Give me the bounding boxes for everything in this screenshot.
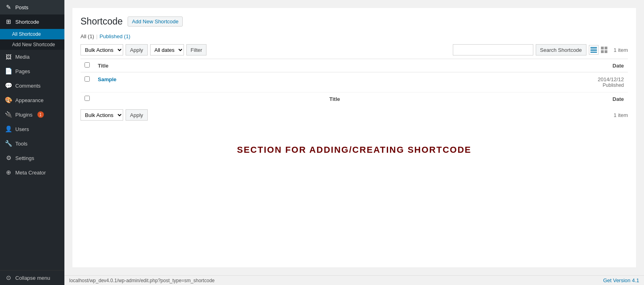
sidebar-item-users-label: Users <box>15 126 29 132</box>
col-header-title: Title <box>94 59 576 72</box>
sidebar-item-plugins[interactable]: 🔌 Plugins 1 <box>0 107 64 122</box>
select-all-checkbox[interactable] <box>85 62 90 68</box>
list-view-icon[interactable] <box>589 45 599 55</box>
collapse-icon: ⊙ <box>5 274 12 281</box>
sidebar-item-posts[interactable]: ✎ Posts <box>0 0 64 14</box>
pages-icon: 📄 <box>5 68 12 75</box>
select-all-checkbox-bottom[interactable] <box>85 96 90 101</box>
posts-icon: ✎ <box>5 4 12 11</box>
sidebar-collapse-section: ⊙ Collapse menu <box>0 270 64 285</box>
sidebar-item-media-label: Media <box>15 54 29 60</box>
sidebar-shortcode-submenu: All Shortcode Add New Shortcode <box>0 29 64 50</box>
svg-rect-3 <box>590 52 597 53</box>
row-date-cell: 2014/12/12 Published <box>576 72 628 92</box>
meta-creator-icon: ⊕ <box>5 169 12 176</box>
table-header-row: Title Date <box>80 59 628 72</box>
row-title-cell: Sample <box>94 72 576 92</box>
comments-icon: 💬 <box>5 82 12 89</box>
media-icon: 🖼 <box>5 53 12 60</box>
bottom-right: 1 item <box>611 112 628 118</box>
sidebar: ✎ Posts ⊞ Shortcode All Shortcode Add Ne… <box>0 0 64 285</box>
sidebar-item-tools[interactable]: 🔧 Tools <box>0 136 64 151</box>
sidebar-item-plugins-label: Plugins <box>15 112 33 118</box>
toolbar-top: Bulk Actions Apply All dates Filter Sear… <box>80 44 628 55</box>
add-new-shortcode-label: Add New Shortcode <box>12 42 55 47</box>
page-header: Shortcode Add New Shortcode <box>80 16 628 27</box>
sidebar-item-posts-label: Posts <box>15 4 29 10</box>
sidebar-item-meta-creator-label: Meta Creator <box>15 170 46 176</box>
col-footer-date: Date <box>576 92 628 106</box>
main-content: Shortcode Add New Shortcode All (1) | Pu… <box>64 0 644 285</box>
svg-rect-7 <box>605 50 607 53</box>
bulk-actions-select-top[interactable]: Bulk Actions <box>80 44 123 55</box>
table-footer-header-row: Title Date <box>80 92 628 106</box>
bulk-actions-select-bottom[interactable]: Bulk Actions <box>80 109 123 121</box>
sidebar-item-settings[interactable]: ⚙ Settings <box>0 151 64 165</box>
sidebar-item-pages[interactable]: 📄 Pages <box>0 64 64 78</box>
apply-button-top[interactable]: Apply <box>126 44 148 55</box>
col-header-cb <box>80 59 94 72</box>
svg-rect-4 <box>601 47 604 49</box>
view-icons <box>589 45 609 55</box>
row-date-status: Published <box>580 82 624 88</box>
col-footer-cb <box>80 92 94 106</box>
sidebar-item-appearance-label: Appearance <box>15 97 43 103</box>
grid-view-icon[interactable] <box>599 45 609 55</box>
users-icon: 👤 <box>5 125 12 133</box>
status-bar: localhost/wp_dev4.0.1/wp-admin/edit.php?… <box>64 275 644 285</box>
filter-tab-all[interactable]: All (1) <box>80 33 94 39</box>
sidebar-item-all-shortcode[interactable]: All Shortcode <box>0 29 64 39</box>
page-title: Shortcode <box>80 16 123 27</box>
sidebar-item-add-new-shortcode[interactable]: Add New Shortcode <box>0 39 64 50</box>
get-version-link[interactable]: Get Version 4.1 <box>603 277 639 283</box>
status-url: localhost/wp_dev4.0.1/wp-admin/edit.php?… <box>69 278 215 283</box>
search-button[interactable]: Search Shortcode <box>536 44 586 55</box>
row-date-value: 2014/12/12 <box>580 76 624 82</box>
row-checkbox[interactable] <box>85 76 90 82</box>
svg-rect-6 <box>601 50 604 53</box>
toolbar-bottom: Bulk Actions Apply 1 item <box>80 109 628 121</box>
add-new-button[interactable]: Add New Shortcode <box>128 16 183 27</box>
sidebar-item-comments[interactable]: 💬 Comments <box>0 78 64 93</box>
collapse-menu-label: Collapse menu <box>15 275 50 281</box>
col-header-date: Date <box>576 59 628 72</box>
col-footer-title: Title <box>94 92 576 106</box>
sidebar-item-settings-label: Settings <box>15 155 34 161</box>
plugins-badge: 1 <box>37 111 44 118</box>
filter-tab-published[interactable]: Published (1) <box>99 33 130 39</box>
filter-tab-separator: | <box>96 33 97 39</box>
section-placeholder: SECTION FOR ADDING/CREATING SHORTCODE <box>80 121 628 179</box>
row-checkbox-cell <box>80 72 94 92</box>
settings-icon: ⚙ <box>5 154 12 162</box>
sidebar-item-comments-label: Comments <box>15 83 41 89</box>
table-row: Sample 2014/12/12 Published <box>80 72 628 92</box>
posts-table: Title Date Sample 2014/12/12 <box>80 59 628 105</box>
item-count-top: 1 item <box>614 47 628 53</box>
shortcode-icon: ⊞ <box>5 18 12 25</box>
sidebar-item-shortcode-label: Shortcode <box>15 19 39 25</box>
collapse-menu-button[interactable]: ⊙ Collapse menu <box>0 271 64 285</box>
post-title-link[interactable]: Sample <box>98 76 116 82</box>
plugins-icon: 🔌 <box>5 111 12 118</box>
appearance-icon: 🎨 <box>5 96 12 104</box>
sidebar-item-tools-label: Tools <box>15 141 27 147</box>
search-input[interactable] <box>453 44 533 55</box>
sidebar-item-media[interactable]: 🖼 Media <box>0 50 64 64</box>
all-dates-select[interactable]: All dates <box>150 44 184 55</box>
item-count-bottom: 1 item <box>614 112 628 118</box>
svg-rect-5 <box>605 47 607 49</box>
content-area: Shortcode Add New Shortcode All (1) | Pu… <box>72 8 636 267</box>
svg-rect-1 <box>590 49 597 49</box>
filter-button[interactable]: Filter <box>186 44 207 55</box>
apply-button-bottom[interactable]: Apply <box>126 109 148 121</box>
tools-icon: 🔧 <box>5 140 12 147</box>
sidebar-item-meta-creator[interactable]: ⊕ Meta Creator <box>0 165 64 180</box>
svg-rect-2 <box>590 50 597 51</box>
all-shortcode-label: All Shortcode <box>12 31 41 37</box>
toolbar-top-right: Search Shortcode 1 ite <box>453 44 628 55</box>
sidebar-item-users[interactable]: 👤 Users <box>0 122 64 136</box>
sidebar-item-shortcode[interactable]: ⊞ Shortcode <box>0 14 64 29</box>
sidebar-item-appearance[interactable]: 🎨 Appearance <box>0 93 64 107</box>
sidebar-item-pages-label: Pages <box>15 68 30 74</box>
svg-rect-0 <box>590 47 597 48</box>
